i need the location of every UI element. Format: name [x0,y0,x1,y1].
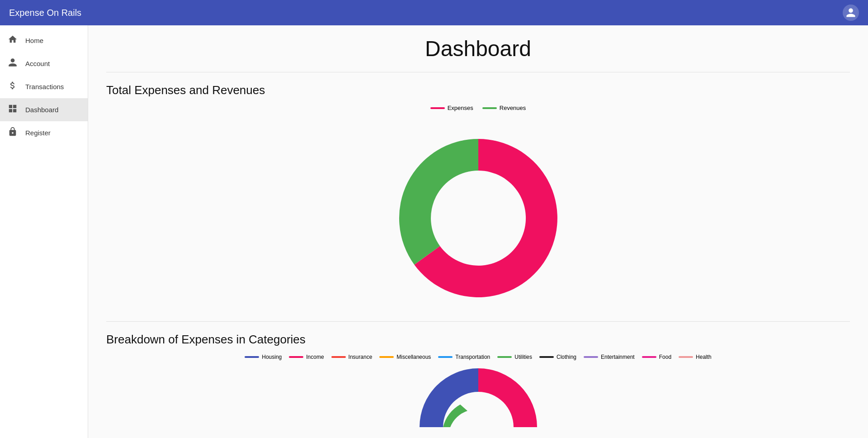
revenues-arc [399,139,478,265]
main-content: Dashboard Total Expenses and Revenues Ex… [88,25,868,438]
sidebar-item-register[interactable]: Register [0,121,88,144]
donut-svg [374,119,582,318]
entertainment-color [584,356,598,358]
food-color [642,356,656,358]
clothing-color [539,356,554,358]
revenues-color [482,107,497,109]
sidebar-label-dashboard: Dashboard [25,106,58,114]
donut-chart-container: Expenses Revenues [106,105,850,318]
clothing-label: Clothing [557,354,576,360]
categories-chart-title: Breakdown of Expenses in Categories [106,333,850,347]
sidebar-item-dashboard[interactable]: Dashboard [0,98,88,121]
register-icon [7,127,18,139]
health-color [679,356,693,358]
sidebar-item-home[interactable]: Home [0,29,88,52]
legend-expenses-label: Expenses [448,105,473,111]
cat-legend-clothing: Clothing [539,354,576,360]
expenses-color [430,107,445,109]
cat-legend-health: Health [679,354,712,360]
cat-legend-miscellaneous: Miscellaneous [379,354,431,360]
account-icon [7,57,18,70]
cat-legend-transportation: Transportation [438,354,490,360]
housing-color [245,356,259,358]
home-icon [7,34,18,47]
user-avatar-icon[interactable] [843,5,859,21]
insurance-label: Insurance [349,354,373,360]
categories-donut-svg [415,364,542,436]
cat-legend-food: Food [642,354,671,360]
categories-legend: Housing Income Insurance Miscellaneous T… [106,354,850,360]
categories-section: Breakdown of Expenses in Categories Hous… [106,333,850,436]
misc-label: Miscellaneous [396,354,431,360]
divider-2 [106,321,850,322]
legend-revenues-label: Revenues [500,105,526,111]
income-color [289,356,303,358]
divider-1 [106,72,850,72]
sidebar: Home Account Transactions Dashboard Regi… [0,25,88,438]
transport-color [438,356,453,358]
cat-legend-utilities: Utilities [497,354,532,360]
cat-legend-insurance: Insurance [331,354,373,360]
cat-red-arc [478,368,537,427]
legend-expenses: Expenses [430,105,473,111]
donut-legend: Expenses Revenues [430,105,526,111]
cat-legend-housing: Housing [245,354,282,360]
dashboard-icon [7,104,18,116]
housing-label: Housing [262,354,282,360]
app-title: Expense On Rails [9,8,81,18]
food-label: Food [659,354,671,360]
cat-legend-entertainment: Entertainment [584,354,635,360]
sidebar-label-transactions: Transactions [25,83,64,90]
sidebar-item-account[interactable]: Account [0,52,88,75]
sidebar-item-transactions[interactable]: Transactions [0,75,88,98]
legend-revenues: Revenues [482,105,526,111]
transactions-icon [7,81,18,93]
utilities-color [497,356,512,358]
top-nav: Expense On Rails [0,0,868,25]
income-label: Income [306,354,324,360]
health-label: Health [696,354,712,360]
entertainment-label: Entertainment [601,354,635,360]
misc-color [379,356,394,358]
transport-label: Transportation [455,354,490,360]
utilities-label: Utilities [514,354,532,360]
sidebar-label-home: Home [25,37,43,44]
cat-legend-income: Income [289,354,324,360]
donut-chart-title: Total Expenses and Revenues [106,83,850,97]
insurance-color [331,356,346,358]
sidebar-label-account: Account [25,60,50,67]
sidebar-label-register: Register [25,129,51,137]
page-title: Dashboard [106,36,850,61]
categories-chart-container [106,364,850,436]
